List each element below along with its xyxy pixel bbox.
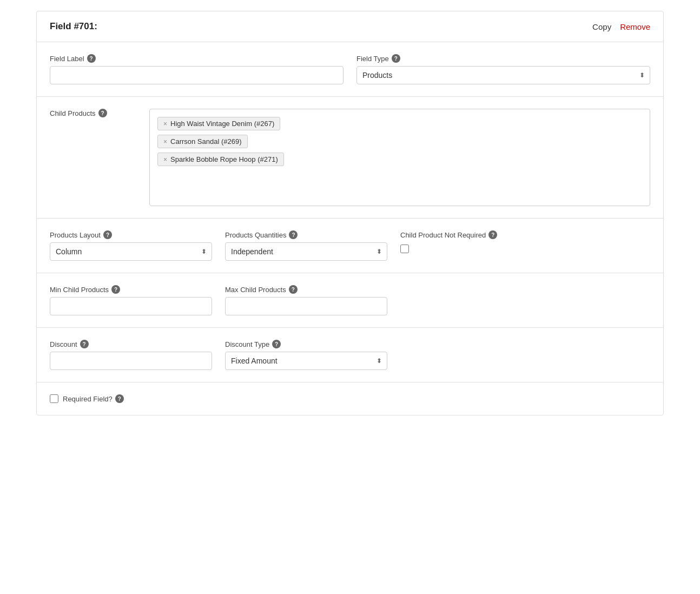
- products-layout-select-wrapper: Column Row Grid: [50, 242, 212, 261]
- products-quantities-label: Products Quantities ?: [225, 230, 387, 239]
- remove-tag-3[interactable]: ×: [163, 156, 167, 163]
- header-actions: Copy Remove: [592, 22, 650, 31]
- max-child-products-label: Max Child Products ?: [225, 285, 387, 294]
- field-type-label: Field Type ?: [356, 54, 650, 63]
- child-product-not-required-group: Child Product Not Required ?: [400, 230, 650, 253]
- discount-section: Discount ? Discount Type ? Fixed Amount …: [37, 328, 663, 382]
- min-child-products-input[interactable]: [50, 297, 212, 315]
- remove-tag-1[interactable]: ×: [163, 120, 167, 128]
- field-type-select-wrapper: Products Text Select Checkbox: [356, 66, 650, 84]
- field-type-group: Field Type ? Products Text Select Checkb…: [356, 54, 650, 84]
- child-product-not-required-checkbox-wrapper: [400, 245, 650, 253]
- child-product-not-required-checkbox[interactable]: [400, 245, 409, 253]
- child-products-help-icon[interactable]: ?: [98, 109, 107, 117]
- field-type-help-icon[interactable]: ?: [392, 54, 400, 63]
- discount-row: Discount ? Discount Type ? Fixed Amount …: [50, 340, 650, 370]
- child-product-not-required-help-icon[interactable]: ?: [488, 230, 497, 239]
- discount-type-select[interactable]: Fixed Amount Percentage: [225, 352, 387, 370]
- child-product-tag-3: × Sparkle Bobble Rope Hoop (#271): [157, 153, 284, 166]
- products-quantities-help-icon[interactable]: ?: [289, 230, 298, 239]
- field-label-help-icon[interactable]: ?: [87, 54, 96, 63]
- min-max-row: Min Child Products ? Max Child Products …: [50, 285, 650, 315]
- child-products-box[interactable]: × High Waist Vintage Denim (#267) × Carr…: [149, 109, 650, 206]
- field-label-type-row: Field Label ? Field Type ? Products Text…: [50, 54, 650, 84]
- field-title: Field #701:: [50, 21, 97, 32]
- products-layout-select[interactable]: Column Row Grid: [50, 242, 212, 261]
- child-products-section: Child Products ? × High Waist Vintage De…: [37, 97, 663, 219]
- remove-button[interactable]: Remove: [620, 22, 650, 31]
- max-child-products-group: Max Child Products ?: [225, 285, 387, 315]
- products-quantities-select-wrapper: Independent Shared: [225, 242, 387, 261]
- card-header: Field #701: Copy Remove: [37, 11, 663, 42]
- required-field-row: Required Field? ?: [50, 394, 650, 403]
- products-layout-group: Products Layout ? Column Row Grid: [50, 230, 212, 261]
- field-label-group: Field Label ?: [50, 54, 344, 84]
- products-quantities-select[interactable]: Independent Shared: [225, 242, 387, 261]
- discount-type-help-icon[interactable]: ?: [272, 340, 281, 348]
- required-field-label: Required Field? ?: [63, 394, 124, 403]
- field-label-input[interactable]: [50, 66, 344, 84]
- field-label-label: Field Label ?: [50, 54, 344, 63]
- discount-group: Discount ?: [50, 340, 212, 370]
- products-quantities-group: Products Quantities ? Independent Shared: [225, 230, 387, 261]
- child-products-row: Child Products ? × High Waist Vintage De…: [50, 109, 650, 206]
- max-child-products-input[interactable]: [225, 297, 387, 315]
- min-child-products-help-icon[interactable]: ?: [111, 285, 120, 294]
- min-child-products-group: Min Child Products ?: [50, 285, 212, 315]
- remove-tag-2[interactable]: ×: [163, 138, 167, 146]
- required-field-section: Required Field? ?: [37, 382, 663, 415]
- discount-type-select-wrapper: Fixed Amount Percentage: [225, 352, 387, 370]
- required-field-help-icon[interactable]: ?: [115, 394, 124, 403]
- products-layout-label: Products Layout ?: [50, 230, 212, 239]
- field-type-select[interactable]: Products Text Select Checkbox: [356, 66, 650, 84]
- child-product-tag-1: × High Waist Vintage Denim (#267): [157, 117, 280, 130]
- required-field-checkbox[interactable]: [50, 394, 58, 403]
- field-label-type-section: Field Label ? Field Type ? Products Text…: [37, 42, 663, 97]
- layout-quantities-row: Products Layout ? Column Row Grid Produc…: [50, 230, 650, 261]
- child-product-tag-2: × Carrson Sandal (#269): [157, 135, 248, 148]
- discount-type-group: Discount Type ? Fixed Amount Percentage: [225, 340, 387, 370]
- products-layout-help-icon[interactable]: ?: [103, 230, 112, 239]
- min-child-products-label: Min Child Products ?: [50, 285, 212, 294]
- layout-quantities-section: Products Layout ? Column Row Grid Produc…: [37, 219, 663, 273]
- max-child-products-help-icon[interactable]: ?: [289, 285, 298, 294]
- discount-help-icon[interactable]: ?: [80, 340, 89, 348]
- min-max-section: Min Child Products ? Max Child Products …: [37, 273, 663, 328]
- copy-button[interactable]: Copy: [592, 22, 611, 31]
- child-product-not-required-label: Child Product Not Required ?: [400, 230, 650, 239]
- discount-type-label: Discount Type ?: [225, 340, 387, 348]
- discount-label: Discount ?: [50, 340, 212, 348]
- child-products-label-group: Child Products ?: [50, 109, 136, 117]
- discount-input[interactable]: [50, 352, 212, 370]
- field-card: Field #701: Copy Remove Field Label ? Fi…: [36, 11, 664, 415]
